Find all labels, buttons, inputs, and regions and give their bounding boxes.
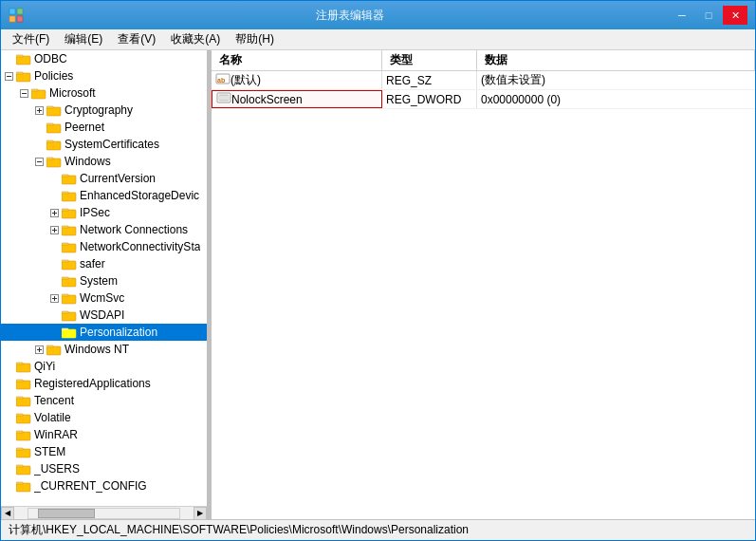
reg-name-nolockscreen: NolockScreen	[212, 90, 382, 108]
scroll-left-arrow[interactable]: ◀	[1, 507, 14, 520]
tree-item-personalization[interactable]: Personalization	[1, 324, 207, 341]
scroll-right-arrow[interactable]: ▶	[194, 507, 207, 520]
tree-label-current_config: _CURRENT_CONFIG	[34, 479, 147, 493]
tree-item-systemcertificates[interactable]: SystemCertificates	[1, 136, 207, 153]
expand-btn-networkconnections[interactable]	[46, 222, 62, 237]
tree-item-policies[interactable]: Policies	[1, 67, 207, 84]
reg-name-default: ab (默认)	[212, 71, 382, 89]
tree-label-windows: Windows	[65, 155, 111, 168]
svg-rect-26	[46, 158, 53, 159]
registry-row-default[interactable]: ab (默认)REG_SZ(数值未设置)	[212, 71, 755, 90]
menu-item-a[interactable]: 收藏夹(A)	[163, 29, 228, 49]
tree-item-networkconnections[interactable]: Network Connections	[1, 221, 207, 238]
window-controls: ─ □ ✕	[670, 6, 747, 25]
expand-btn-cryptography[interactable]	[31, 103, 46, 118]
svg-rect-53	[62, 311, 68, 313]
menu-item-h[interactable]: 帮助(H)	[228, 29, 282, 49]
scroll-thumb[interactable]	[38, 509, 95, 518]
tree-label-currentversion: CurrentVersion	[80, 172, 156, 185]
menu-item-v[interactable]: 查看(V)	[110, 29, 163, 49]
right-panel: 名称 类型 数据 ab (默认)REG_SZ(数值未设置) NolockScre…	[212, 50, 755, 519]
minimize-button[interactable]: ─	[670, 6, 694, 25]
expand-btn-windowsnt[interactable]	[31, 342, 46, 357]
tree-scroll[interactable]: ODBC Policies Microsoft Cryptography Pee…	[1, 50, 207, 506]
registry-row-nolockscreen[interactable]: NolockScreenREG_DWORD0x00000000 (0)	[212, 90, 755, 109]
tree-label-tencent: Tencent	[34, 394, 74, 407]
tree-item-cryptography[interactable]: Cryptography	[1, 102, 207, 119]
col-data-header: 数据	[477, 50, 755, 70]
folder-icon-cryptography	[46, 103, 62, 117]
folder-icon-stem	[16, 445, 31, 458]
svg-rect-76	[16, 482, 23, 484]
tree-item-enhancedstoragedevice[interactable]: EnhancedStorageDevic	[1, 187, 207, 204]
right-header: 名称 类型 数据	[212, 50, 755, 71]
tree-label-volatile: Volatile	[34, 411, 71, 424]
scroll-track	[28, 508, 180, 519]
reg-name-text-default: (默认)	[230, 72, 261, 88]
regedit-window: 注册表编辑器 ─ □ ✕ 文件(F)编辑(E)查看(V)收藏夹(A)帮助(H) …	[0, 0, 756, 541]
tree-horizontal-scrollbar[interactable]: ◀ ▶	[1, 506, 207, 519]
tree-item-currentversion[interactable]: CurrentVersion	[1, 170, 207, 187]
expand-btn-windows[interactable]	[31, 154, 46, 169]
tree-item-stem[interactable]: STEM	[1, 443, 207, 460]
svg-rect-3	[17, 16, 23, 22]
svg-rect-28	[62, 175, 68, 177]
svg-rect-30	[62, 192, 68, 194]
tree-item-system[interactable]: System	[1, 272, 207, 289]
svg-rect-46	[62, 277, 68, 279]
tree-item-microsoft[interactable]: Microsoft	[1, 84, 207, 102]
reg-type-default: REG_SZ	[382, 71, 477, 89]
tree-item-networkconnectivitysta[interactable]: NetworkConnectivitySta	[1, 238, 207, 255]
folder-icon-wcmsvc	[62, 291, 77, 305]
expand-btn-wcmsvc[interactable]	[46, 290, 62, 306]
folder-icon-tencent	[16, 394, 31, 407]
tree-item-current_config[interactable]: _CURRENT_CONFIG	[1, 477, 207, 494]
maximize-button[interactable]: □	[696, 6, 721, 25]
tree-item-ipsec[interactable]: IPSec	[1, 204, 207, 221]
svg-rect-64	[16, 380, 23, 382]
tree-item-safer[interactable]: safer	[1, 255, 207, 272]
folder-icon-peernet	[46, 121, 62, 134]
menu-item-f[interactable]: 文件(F)	[5, 29, 57, 49]
svg-rect-54	[62, 329, 76, 338]
folder-icon-windows	[46, 155, 62, 168]
tree-item-volatile[interactable]: Volatile	[1, 409, 207, 426]
svg-rect-12	[31, 90, 46, 99]
svg-rect-74	[16, 465, 23, 467]
tree-label-systemcertificates: SystemCertificates	[65, 138, 159, 151]
svg-rect-55	[62, 328, 68, 330]
tree-item-wcmsvc[interactable]: WcmSvc	[1, 289, 207, 307]
tree-label-windowsnt: Windows NT	[65, 343, 129, 356]
svg-rect-27	[62, 176, 76, 184]
tree-item-registeredapplications[interactable]: RegisteredApplications	[1, 375, 207, 392]
expand-btn-policies[interactable]	[1, 68, 16, 84]
tree-item-winrar[interactable]: WinRAR	[1, 426, 207, 443]
folder-icon-networkconnections	[62, 223, 77, 236]
svg-rect-44	[62, 260, 68, 262]
svg-rect-18	[46, 106, 53, 108]
svg-rect-42	[62, 243, 68, 245]
tree-item-users[interactable]: _USERS	[1, 460, 207, 477]
expand-btn-microsoft[interactable]	[16, 85, 31, 101]
folder-icon-currentversion	[62, 172, 77, 185]
tree-item-windows[interactable]: Windows	[1, 153, 207, 170]
tree-label-ipsec: IPSec	[80, 206, 110, 219]
tree-label-policies: Policies	[34, 69, 73, 83]
tree-item-odbc[interactable]: ODBC	[1, 50, 207, 67]
tree-item-wsdapi[interactable]: WSDAPI	[1, 307, 207, 324]
reg-data-default: (数值未设置)	[477, 71, 755, 89]
svg-rect-70	[16, 431, 23, 433]
tree-item-qiyi[interactable]: QiYi	[1, 358, 207, 375]
close-button[interactable]: ✕	[723, 6, 747, 25]
menu-item-e[interactable]: 编辑(E)	[57, 29, 110, 49]
folder-icon-systemcertificates	[46, 138, 62, 151]
svg-rect-25	[46, 159, 61, 167]
col-name-header: 名称	[212, 50, 382, 70]
folder-icon-system	[62, 274, 77, 288]
svg-rect-5	[16, 55, 23, 57]
tree-item-windowsnt[interactable]: Windows NT	[1, 341, 207, 358]
expand-btn-ipsec[interactable]	[46, 205, 62, 220]
tree-item-peernet[interactable]: Peernet	[1, 119, 207, 136]
tree-item-tencent[interactable]: Tencent	[1, 392, 207, 409]
tree-label-winrar: WinRAR	[34, 428, 78, 441]
